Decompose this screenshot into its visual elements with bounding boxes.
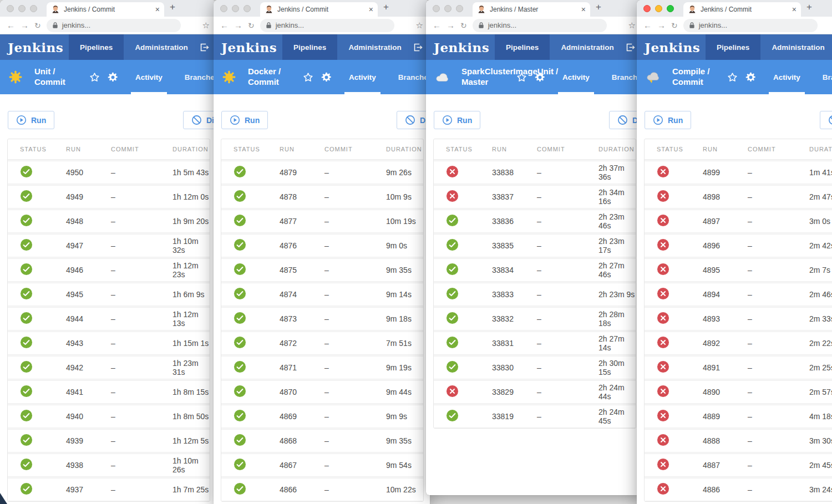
logout-icon[interactable]	[413, 42, 423, 53]
table-row[interactable]: 33834–2h 27m 46s	[434, 258, 636, 282]
table-row[interactable]: 4889–4m 18s	[645, 405, 832, 428]
table-row[interactable]: 4893–2m 33s	[645, 307, 832, 330]
settings-gear-icon[interactable]	[321, 72, 332, 83]
table-row[interactable]: 4942–1h 23m 31s	[8, 356, 210, 379]
table-row[interactable]: 4871–9m 19s	[221, 356, 423, 379]
favorite-star-icon[interactable]	[89, 72, 100, 83]
table-row[interactable]: 4896–2m 42s	[645, 234, 832, 257]
table-row[interactable]: 4897–3m 0s	[645, 210, 832, 233]
run-button[interactable]: Run	[8, 111, 54, 129]
logout-icon[interactable]	[625, 42, 636, 53]
forward-icon[interactable]: →	[234, 21, 242, 30]
table-row[interactable]: 4891–2m 25s	[645, 356, 832, 379]
table-row[interactable]: 4948–1h 9m 20s	[8, 210, 210, 233]
tab-activity[interactable]: Activity	[555, 60, 597, 94]
jenkins-logo[interactable]: Jenkins	[426, 40, 495, 55]
close-window-button[interactable]	[643, 5, 651, 12]
close-window-button[interactable]	[433, 5, 440, 12]
new-tab-button[interactable]: +	[596, 2, 601, 13]
reload-icon[interactable]: ↻	[460, 21, 467, 30]
back-icon[interactable]: ←	[643, 21, 652, 30]
forward-icon[interactable]: →	[657, 21, 666, 30]
table-row[interactable]: 4945–1h 6m 9s	[8, 283, 210, 306]
table-row[interactable]: 4946–1h 12m 23s	[8, 258, 210, 282]
settings-gear-icon[interactable]	[107, 72, 119, 83]
back-icon[interactable]: ←	[220, 21, 229, 30]
settings-gear-icon[interactable]	[745, 72, 757, 83]
nav-administration[interactable]: Administration	[337, 34, 412, 60]
new-tab-button[interactable]: +	[383, 2, 389, 13]
close-tab-icon[interactable]: ×	[369, 6, 373, 13]
forward-icon[interactable]: →	[21, 21, 29, 30]
nav-administration[interactable]: Administration	[124, 34, 199, 60]
minimize-window-button[interactable]	[655, 5, 662, 12]
table-row[interactable]: 4872–7m 51s	[221, 332, 423, 355]
table-row[interactable]: 4949–1h 12m 0s	[8, 185, 210, 208]
table-row[interactable]: 4866–10m 22s	[221, 478, 423, 501]
browser-tab[interactable]: Jenkins / Commit×	[260, 2, 378, 17]
close-tab-icon[interactable]: ×	[581, 6, 586, 13]
table-row[interactable]: 4878–10m 9s	[221, 185, 423, 208]
new-tab-button[interactable]: +	[170, 2, 175, 13]
address-bar[interactable]: jenkins...	[260, 19, 394, 32]
back-icon[interactable]: ←	[7, 21, 15, 30]
minimize-window-button[interactable]	[444, 5, 451, 12]
table-row[interactable]: 4869–9m 9s	[221, 405, 423, 428]
table-row[interactable]: 33836–2h 23m 46s	[434, 210, 636, 233]
table-row[interactable]: 4892–2m 22s	[645, 332, 832, 355]
reload-icon[interactable]: ↻	[248, 21, 255, 30]
table-row[interactable]: 4877–10m 19s	[221, 210, 423, 233]
zoom-window-button[interactable]	[667, 5, 674, 12]
run-button[interactable]: Run	[221, 111, 268, 129]
tab-activity[interactable]: Activity	[128, 60, 170, 94]
close-window-button[interactable]	[7, 5, 14, 12]
table-row[interactable]: 4895–2m 7s	[645, 258, 832, 282]
table-row[interactable]: 4874–9m 14s	[221, 283, 423, 306]
run-button[interactable]: Run	[434, 111, 480, 129]
close-window-button[interactable]	[220, 5, 227, 12]
table-row[interactable]: 33831–2h 27m 14s	[434, 332, 636, 355]
table-row[interactable]: 4887–2m 45s	[645, 454, 832, 477]
nav-pipelines[interactable]: Pipelines	[69, 34, 124, 60]
table-row[interactable]: 33837–2h 34m 16s	[434, 185, 636, 208]
table-row[interactable]: 4939–1h 12m 5s	[8, 429, 210, 452]
nav-pipelines[interactable]: Pipelines	[706, 34, 760, 60]
favorite-star-icon[interactable]	[516, 72, 527, 83]
close-tab-icon[interactable]: ×	[792, 6, 797, 13]
table-row[interactable]: 4943–1h 15m 1s	[8, 332, 210, 355]
nav-pipelines[interactable]: Pipelines	[282, 34, 337, 60]
browser-tab[interactable]: Jenkins / Master×	[473, 2, 590, 17]
table-row[interactable]: 4873–9m 18s	[221, 307, 423, 330]
address-bar[interactable]: jenkins...	[473, 19, 607, 32]
table-row[interactable]: 4898–2m 47s	[645, 185, 832, 208]
disable-button[interactable]: Disable	[397, 111, 430, 129]
tab-branches[interactable]: Branches	[177, 60, 216, 94]
table-row[interactable]: 33832–2h 28m 18s	[434, 307, 636, 330]
table-row[interactable]: 4947–1h 10m 32s	[8, 234, 210, 257]
tab-branches[interactable]: Branches	[390, 60, 430, 94]
table-row[interactable]: 4870–9m 44s	[221, 380, 423, 404]
table-row[interactable]: 4894–2m 46s	[645, 283, 832, 306]
traffic-lights[interactable]	[643, 5, 674, 12]
disable-button[interactable]: Disable	[183, 111, 216, 129]
table-row[interactable]: 4875–9m 35s	[221, 258, 423, 282]
browser-tab[interactable]: Jenkins / Commit×	[683, 2, 801, 17]
jenkins-logo[interactable]: Jenkins	[0, 40, 69, 55]
back-icon[interactable]: ←	[433, 21, 441, 30]
nav-administration[interactable]: Administration	[550, 34, 625, 60]
disable-button[interactable]: Disable	[820, 111, 832, 129]
traffic-lights[interactable]	[7, 5, 37, 12]
table-row[interactable]: 33819–2h 24m 45s	[434, 405, 636, 428]
table-row[interactable]: 4867–9m 54s	[221, 454, 423, 477]
minimize-window-button[interactable]	[18, 5, 26, 12]
jenkins-logo[interactable]: Jenkins	[214, 40, 282, 55]
tab-branches[interactable]: Branches	[815, 60, 832, 94]
table-row[interactable]: 4899–1m 41s	[645, 161, 832, 184]
settings-gear-icon[interactable]	[534, 72, 546, 83]
zoom-window-button[interactable]	[243, 5, 251, 12]
table-row[interactable]: 4937–1h 7m 25s	[8, 478, 210, 501]
address-bar[interactable]: jenkins...	[683, 19, 818, 32]
browser-tab[interactable]: Jenkins / Commit×	[47, 2, 164, 17]
tab-activity[interactable]: Activity	[341, 60, 384, 94]
table-row[interactable]: 4938–1h 10m 26s	[8, 454, 210, 477]
